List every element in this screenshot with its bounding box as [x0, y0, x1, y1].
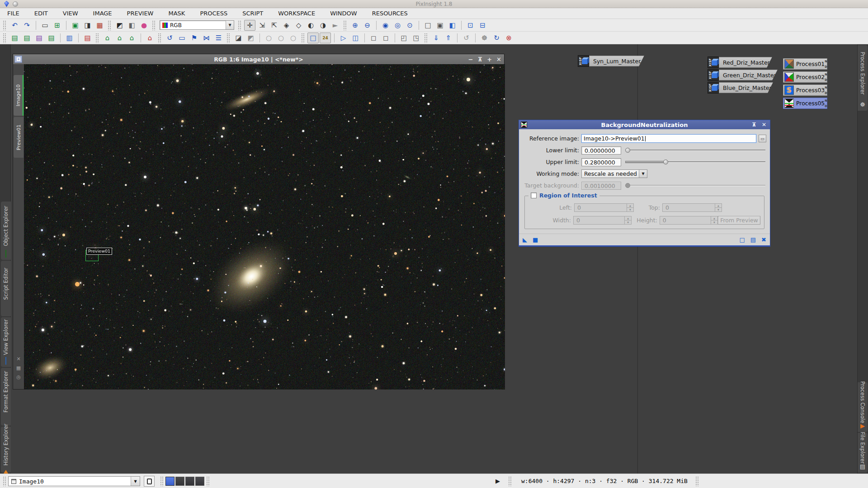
swatch-dark-2[interactable] [185, 477, 194, 486]
menu-image[interactable]: IMAGE [91, 9, 114, 18]
grid-sync-icon[interactable]: ▦ [16, 365, 21, 371]
menu-view[interactable]: VIEW [61, 9, 80, 18]
toolbar-grip[interactable] [3, 20, 7, 30]
browse-documentation-icon[interactable]: □ [740, 236, 745, 243]
sidebar-item-format-explorer[interactable]: Format Explorer [1, 368, 11, 426]
imageset-close-icon[interactable]: ▤ [82, 33, 93, 43]
chevron-down-icon[interactable]: ▼ [226, 21, 234, 29]
toolbar-grip[interactable] [3, 33, 7, 43]
fit-shrink-icon[interactable]: ⇱ [269, 20, 280, 31]
upper-limit-slider[interactable] [625, 159, 766, 165]
redo-icon[interactable]: ↷ [21, 20, 33, 31]
sidebar-item-history-explorer[interactable]: History Explorer [1, 427, 11, 473]
zoom-in-icon[interactable]: ⊕ [349, 20, 361, 31]
stf-shadow-icon[interactable]: ○ [263, 33, 274, 43]
project-save-icon[interactable]: ⌂ [114, 33, 125, 43]
zoom-optimal-icon[interactable]: ⊙ [404, 20, 415, 31]
working-mode-select[interactable]: Rescale as needed ▼ [581, 169, 647, 178]
iconized-window-green-driz-master[interactable]: XISF Green_Driz_MasterN [708, 69, 778, 81]
upper-limit-input[interactable]: 0.2800000 [581, 158, 621, 166]
view-selector[interactable]: Image10 ▼ [8, 476, 140, 486]
sidebar-item-view-explorer[interactable]: View Explorer [1, 317, 11, 367]
screen-prev-icon[interactable]: ◫ [350, 33, 361, 43]
reset-icon[interactable]: ✖ [761, 236, 766, 243]
menu-edit[interactable]: EDIT [33, 9, 50, 18]
undo-icon[interactable]: ↶ [9, 20, 20, 31]
pan-mode-icon[interactable]: ✛ [244, 20, 255, 31]
stf-disable-icon[interactable]: ◩ [245, 33, 256, 43]
duplicate-image-icon[interactable]: ⊞ [52, 20, 63, 31]
file-save-up-icon[interactable]: ⇑ [443, 33, 454, 43]
chevron-down-icon[interactable]: ▼ [639, 170, 647, 178]
select-mode-icon[interactable]: ► [330, 20, 341, 31]
process-icon-process02[interactable]: Process02 ND [783, 71, 827, 83]
fit-window-icon[interactable]: ⊡ [465, 20, 476, 31]
statusbar-grip[interactable] [695, 476, 699, 486]
statusbar-grip[interactable] [160, 476, 164, 486]
lower-limit-input[interactable]: 0.0000000 [581, 146, 621, 155]
menu-window[interactable]: WINDOW [328, 9, 359, 18]
iconized-window-red-driz-master[interactable]: XISF Red_Driz_MasterN [708, 56, 772, 68]
invert-display-icon[interactable]: ◩ [114, 20, 125, 31]
play-icon[interactable]: ▶ [495, 478, 500, 484]
detach-view-button[interactable] [144, 476, 155, 487]
minimize-button[interactable]: − [468, 56, 473, 62]
sidebar-item-script-editor[interactable]: Script Editor [1, 261, 11, 316]
toolbar-grip[interactable] [301, 33, 305, 43]
select-window-icon[interactable]: □ [422, 20, 434, 31]
workspace-1-icon[interactable]: ◻ [368, 33, 379, 43]
screen-next-icon[interactable]: ▷ [338, 33, 349, 43]
grayscale-window-icon[interactable]: ◨ [82, 20, 93, 31]
zoom-out-icon[interactable]: ⊖ [362, 20, 373, 31]
menu-resources[interactable]: RESOURCES [370, 9, 410, 18]
stf-midtone-icon[interactable]: ○ [275, 33, 287, 43]
imageset-save-icon[interactable]: ▤ [33, 33, 45, 43]
process-icon-process05[interactable]: Process05 ND [783, 98, 827, 109]
zoom-1-1-icon[interactable]: ◉ [380, 20, 391, 31]
apply-global-icon[interactable]: ■ [533, 236, 538, 243]
statusbar-grip[interactable] [3, 476, 6, 486]
dialog-close-button[interactable]: ✕ [762, 122, 766, 128]
flag-preview-icon[interactable]: ⚑ [189, 33, 200, 43]
imageset-edit-icon[interactable]: ▤ [46, 33, 57, 43]
project-close-icon[interactable]: ⌂ [144, 33, 156, 43]
workspace-2-icon[interactable]: ◻ [380, 33, 392, 43]
project-open-icon[interactable]: ⌂ [102, 33, 113, 43]
screen-stf-icon[interactable]: □ [307, 33, 319, 43]
imageset-history-icon[interactable]: ▤ [9, 33, 20, 43]
edit-instance-icon[interactable]: ▤ [750, 236, 756, 243]
monitor-a-icon[interactable]: ◰ [398, 33, 410, 43]
sidebar-item-process-explorer[interactable]: Process Explorer ☸ [858, 45, 868, 111]
shade-button[interactable]: ⊼ [478, 56, 483, 62]
center-image-icon[interactable]: ◈ [281, 20, 292, 31]
menu-script[interactable]: SCRIPT [241, 9, 265, 18]
browse-view-button[interactable]: ▭ [759, 135, 766, 142]
reference-image-input[interactable]: Image10->Preview01 [581, 134, 756, 143]
iconized-window-syn-lum-master[interactable]: XISF Syn_Lum_MasterN [578, 55, 644, 67]
chevron-down-icon[interactable]: ▼ [131, 477, 140, 486]
file-options-icon[interactable]: ☸ [479, 33, 490, 43]
menu-file[interactable]: FILE [5, 9, 21, 18]
toolbar-grip[interactable] [152, 20, 156, 30]
swatch-dark-3[interactable] [195, 477, 204, 486]
image-window-titlebar[interactable]: RGB 1:6 Image10 | <*new*> − ⊼ + ✕ [13, 54, 504, 64]
stack-previews-icon[interactable]: ☰ [213, 33, 224, 43]
menu-preview[interactable]: PREVIEW [125, 9, 156, 18]
process-icon-process03[interactable]: S Process03 ND [783, 84, 827, 96]
menu-process[interactable]: PROCESS [198, 9, 229, 18]
imageset-color-icon[interactable]: ▥ [64, 33, 75, 43]
flip-preview-icon[interactable]: ⋈ [201, 33, 212, 43]
roi-checkbox[interactable] [531, 192, 537, 198]
menu-mask[interactable]: MASK [166, 9, 187, 18]
select-all-windows-icon[interactable]: ▣ [434, 20, 446, 31]
dialog-titlebar[interactable]: BackgroundNeutralization ⊼ ✕ [519, 120, 770, 129]
toolbar-grip[interactable] [238, 20, 242, 30]
close-sync-icon[interactable]: ✕ [16, 356, 20, 362]
fit-expand-icon[interactable]: ⇲ [256, 20, 268, 31]
activate-window-icon[interactable]: ◧ [447, 20, 458, 31]
imageset-add-icon[interactable]: ▤ [21, 33, 33, 43]
edit-identifier-icon[interactable]: ▭ [39, 20, 51, 31]
zoom-to-fit-icon[interactable]: ◎ [392, 20, 403, 31]
sidebar-item-process-console[interactable]: Process Console ▶ [858, 382, 868, 432]
image-window[interactable]: RGB 1:6 Image10 | <*new*> − ⊼ + ✕ Image1… [13, 54, 505, 389]
